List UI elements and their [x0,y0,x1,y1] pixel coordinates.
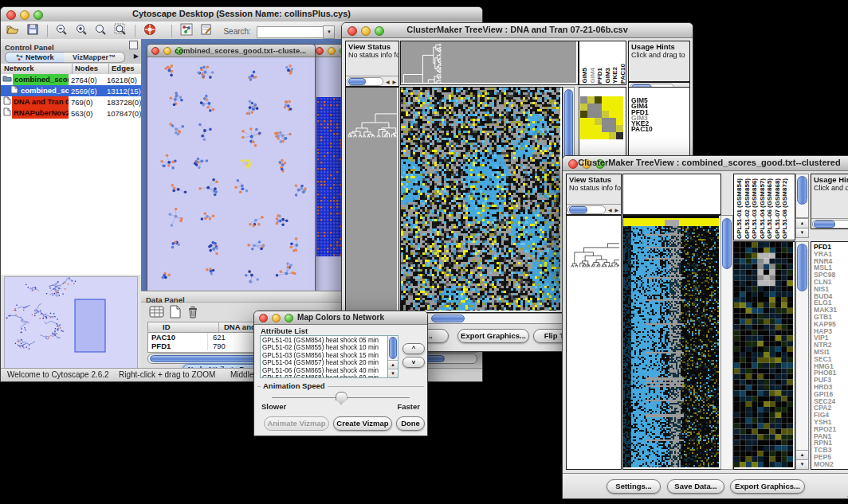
network-tree-row[interactable]: combined_scores2764(0)16218(0) [1,74,141,85]
condition-label[interactable]: GPL51-06 (GSM865) [766,178,774,239]
delete-attribute-trash-icon[interactable] [186,305,200,322]
animate-vizmap-button[interactable]: Animate Vizmap [264,416,329,431]
condition-label[interactable]: PAC10 [619,64,626,84]
col-edges[interactable]: Edges [109,64,141,74]
scroll-arrows-icon[interactable]: ◀ ▶ [607,207,621,213]
network-window-titlebar[interactable]: combined_scores_good.txt--cluste... [147,45,315,57]
condition-label[interactable]: GPL51-03 (GSM856) [751,178,759,239]
tab-vizmapper[interactable]: VizMapper™ [64,52,125,63]
tv1-heatmap[interactable] [400,87,563,313]
save-data-button[interactable]: Save Data... [667,479,724,494]
close-button[interactable] [151,47,159,55]
condition-label[interactable]: GPL51-02 (GSM855) [744,178,752,239]
usage-hints-scrollbar[interactable]: ◀ ▶ [811,218,848,229]
help-lifebuoy-icon[interactable] [143,23,157,39]
grid-network-canvas[interactable] [316,97,344,256]
condition-label[interactable]: PFD1 [596,68,604,84]
zoom-in-icon[interactable] [75,23,88,39]
tv1-column-labels-panel[interactable]: GIM5GIM4PFD1GIM3YKE2PAC10 [579,41,626,85]
condition-label[interactable]: GIM5 [581,68,589,84]
scrollbar-thumb[interactable] [722,218,732,269]
minimize-button[interactable] [163,47,171,55]
tv2-genelist-vscrollbar[interactable]: ▲ ▼ [795,241,809,470]
birdseye-canvas[interactable] [5,277,135,366]
scroll-down-icon[interactable]: ▼ [388,369,398,377]
treeview2-titlebar[interactable]: ClusterMaker TreeView : combined_scores_… [563,156,848,171]
tv2-heatmap[interactable] [622,215,721,470]
condition-label[interactable]: GPL51-01 (GSM854) [736,178,744,239]
zoom-fit-icon[interactable] [114,23,128,39]
tv2-heatmap-vscrollbar[interactable] [720,215,733,470]
tv2-column-dendrogram[interactable] [622,174,721,215]
tv2-labels-vscrollbar[interactable] [795,174,809,218]
done-button[interactable]: Done [396,416,425,431]
tab-overflow-arrow-icon[interactable]: ▶ [134,53,139,60]
move-up-button[interactable]: ^ [402,343,425,354]
tv2-gene-list-panel[interactable]: PFD1YRA1RNR4MSL1SPC98CLN1NIS1BUD4ELG1MAK… [811,241,848,470]
scrollbar-thumb[interactable] [389,337,397,359]
scrollbar-thumb[interactable] [431,315,465,322]
col-nodes[interactable]: Nodes [73,64,109,74]
create-vizmap-button[interactable]: Create Vizmap [333,416,392,431]
speed-slider-thumb[interactable] [336,392,347,404]
birdseye-view[interactable] [4,276,138,369]
search-input[interactable] [257,26,323,38]
minimize-button[interactable] [328,47,336,55]
select-attributes-icon[interactable] [149,305,165,322]
save-icon[interactable] [26,23,39,39]
attribute-item[interactable]: GPL51-03 (GSM856) heat shock 15 min [262,352,398,359]
col-network[interactable]: Network [1,64,73,74]
tab-network[interactable]: Network [5,52,65,63]
scroll-down-icon[interactable]: ▼ [796,459,808,469]
scroll-up-icon[interactable]: ▲ [388,360,398,369]
col-id[interactable]: ID [148,322,219,332]
gene-label[interactable]: PAC10 [631,127,689,132]
condition-label[interactable]: YKE2 [611,67,619,84]
scrollbar-thumb[interactable] [797,244,807,291]
float-panel-icon[interactable] [129,41,138,49]
annotation-icon[interactable] [200,23,214,39]
zoom-selected-icon[interactable] [94,23,108,39]
scroll-down-icon[interactable]: ▼ [795,228,809,238]
attribute-item[interactable]: GPL51-07 (GSM868) heat shock 60 min [262,374,398,378]
export-graphics-button[interactable]: Export Graphics... [457,329,529,343]
attribute-item[interactable]: GPL51-02 (GSM855) heat shock 10 min [262,344,398,351]
condition-label[interactable]: GPL51-07 (GSM868) [774,178,782,239]
dialog-titlebar[interactable]: Map Colors to Network [254,311,427,325]
tv2-row-dendrogram[interactable] [566,215,622,470]
condition-label[interactable]: GIM4 [589,68,597,84]
main-titlebar[interactable]: Cytoscape Desktop (Session Name: collins… [1,7,482,22]
network-tree-row[interactable]: RNAPuberNov2+563(0)107847(0) [1,107,141,119]
search-combobox[interactable]: ▼ [257,23,335,39]
network-tree-row[interactable]: DNA and Tran 07769(0)183728(0) [1,96,141,107]
tv1-row-dendrogram[interactable] [345,87,399,313]
open-file-icon[interactable] [6,23,20,39]
scrollbar-thumb[interactable] [797,176,807,205]
search-dropdown-arrow-icon[interactable]: ▼ [323,25,335,39]
condition-label[interactable]: GPL51-04 (GSM857) [759,178,767,239]
plugin-manager-icon[interactable] [180,23,194,39]
tv2-condition-labels-panel[interactable]: GPL51-01 (GSM854)GPL51-02 (GSM855)GPL51-… [733,174,795,240]
gene-label[interactable]: MON2 [814,461,848,468]
scroll-arrows-icon[interactable]: ◀ ▶ [384,79,398,84]
network-canvas[interactable] [147,57,313,291]
zoom-out-icon[interactable] [55,23,69,39]
move-down-button[interactable]: v [402,357,425,368]
view-status-scrollbar[interactable]: ◀ ▶ [567,204,621,214]
new-attribute-icon[interactable] [168,305,183,322]
attribute-list-vscrollbar[interactable]: ▲ ▼ [387,336,398,377]
tv1-column-dendrogram[interactable] [400,41,579,85]
settings-button[interactable]: Settings... [607,479,661,494]
attribute-item[interactable]: GPL51-06 (GSM865) heat shock 40 min [262,367,398,374]
attribute-item[interactable]: GPL51-01 (GSM854) heat shock 05 min [262,337,398,344]
tv2-zoom-heatmap[interactable] [733,241,795,470]
condition-label[interactable]: GPL51-08 (GSM872) [781,178,789,239]
network-tree-row[interactable]: combined_sco2569(6)13112(15) [1,85,141,96]
treeview1-titlebar[interactable]: ClusterMaker TreeView : DNA and Tran 07-… [342,23,693,38]
condition-label[interactable]: GIM3 [604,68,612,84]
close-button[interactable] [316,47,324,55]
scroll-up-icon[interactable]: ▲ [796,450,808,459]
attribute-listbox[interactable]: GPL51-01 (GSM854) heat shock 05 minGPL51… [260,335,398,378]
export-graphics-button[interactable]: Export Graphics... [730,479,805,494]
view-status-scrollbar[interactable]: ◀ ▶ [346,76,398,86]
